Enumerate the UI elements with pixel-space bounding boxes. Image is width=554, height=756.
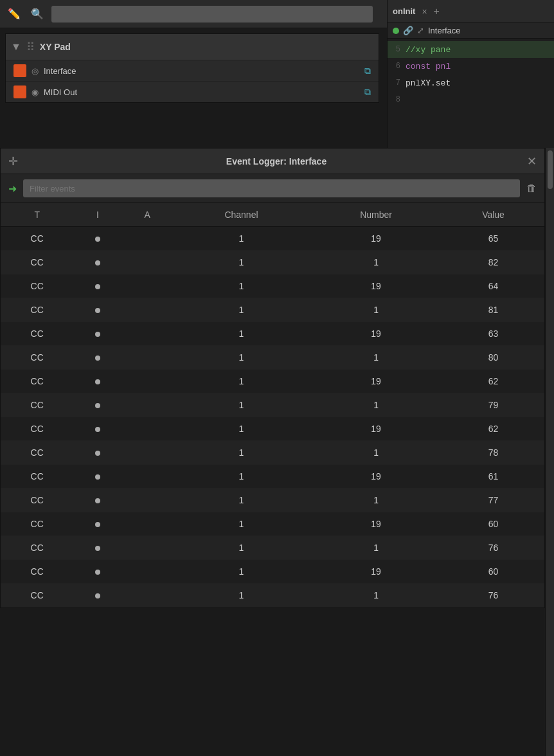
table-row: CC 1 1 82 bbox=[1, 251, 544, 274]
midiout-radio-icon: ◉ bbox=[31, 87, 39, 97]
table-row: CC 1 19 64 bbox=[1, 274, 544, 298]
cell-value: 63 bbox=[442, 322, 544, 346]
cell-channel: 1 bbox=[173, 417, 310, 441]
cell-i bbox=[73, 274, 121, 298]
cell-channel: 1 bbox=[173, 251, 310, 274]
table-row: CC 1 19 65 bbox=[1, 227, 544, 251]
filter-events-input[interactable] bbox=[23, 179, 520, 197]
code-file-title: Interface bbox=[428, 26, 461, 35]
cell-value: 60 bbox=[442, 512, 544, 536]
cell-a bbox=[122, 489, 173, 512]
cell-t: CC bbox=[1, 251, 73, 274]
col-header-a: A bbox=[122, 203, 173, 227]
cell-number: 19 bbox=[310, 512, 442, 536]
cell-t: CC bbox=[1, 227, 73, 251]
cell-channel: 1 bbox=[173, 346, 310, 370]
code-tabs: onInit × + bbox=[388, 0, 554, 23]
event-logger-close-icon[interactable]: ✕ bbox=[527, 154, 537, 168]
scrollbar-thumb[interactable] bbox=[548, 150, 553, 189]
event-logger: ✛ Event Logger: Interface ✕ ➜ 🗑 T I A Ch… bbox=[0, 148, 545, 608]
tab-add-icon[interactable]: + bbox=[434, 6, 440, 17]
toolbar-search-input[interactable] bbox=[51, 6, 373, 22]
cell-channel: 1 bbox=[173, 489, 310, 512]
cell-i bbox=[73, 227, 121, 251]
cell-number: 19 bbox=[310, 322, 442, 346]
cell-value: 65 bbox=[442, 227, 544, 251]
code-header: 🔗 ⤢ Interface bbox=[388, 23, 554, 39]
cell-t: CC bbox=[1, 417, 73, 441]
cell-a bbox=[122, 417, 173, 441]
tab-oninit[interactable]: onInit bbox=[393, 6, 415, 16]
cell-i bbox=[73, 393, 121, 417]
cell-number: 19 bbox=[310, 417, 442, 441]
table-row: CC 1 1 78 bbox=[1, 441, 544, 465]
cell-value: 64 bbox=[442, 274, 544, 298]
event-logger-title: Event Logger: Interface bbox=[26, 156, 527, 166]
cell-channel: 1 bbox=[173, 512, 310, 536]
cell-number: 19 bbox=[310, 274, 442, 298]
cell-number: 19 bbox=[310, 227, 442, 251]
cell-i bbox=[73, 298, 121, 322]
cell-a bbox=[122, 370, 173, 393]
col-header-t: T bbox=[1, 203, 73, 227]
cell-number: 1 bbox=[310, 584, 442, 608]
cell-channel: 1 bbox=[173, 465, 310, 489]
drag-handle-icon[interactable]: ⠿ bbox=[26, 40, 35, 54]
cell-t: CC bbox=[1, 370, 73, 393]
cell-t: CC bbox=[1, 346, 73, 370]
cell-t: CC bbox=[1, 322, 73, 346]
cell-a bbox=[122, 322, 173, 346]
cell-channel: 1 bbox=[173, 393, 310, 417]
main-left-panel: ▼ ⠿ XY Pad ◎ Interface ⧉ ◉ MIDI Out ⧉ bbox=[0, 28, 384, 108]
right-scrollbar[interactable] bbox=[545, 148, 554, 756]
filter-trash-icon[interactable]: 🗑 bbox=[526, 183, 537, 194]
cell-i bbox=[73, 465, 121, 489]
filter-arrow-icon: ➜ bbox=[8, 183, 17, 195]
code-link-icon[interactable]: 🔗 bbox=[403, 26, 413, 35]
cell-channel: 1 bbox=[173, 370, 310, 393]
search-icon[interactable]: 🔍 bbox=[28, 5, 46, 22]
cell-value: 78 bbox=[442, 441, 544, 465]
cell-channel: 1 bbox=[173, 322, 310, 346]
table-row: CC 1 19 63 bbox=[1, 322, 544, 346]
event-logger-header: ✛ Event Logger: Interface ✕ bbox=[1, 148, 544, 174]
midiout-label: MIDI Out bbox=[44, 87, 359, 97]
table-row: CC 1 19 60 bbox=[1, 512, 544, 536]
col-header-i: I bbox=[73, 203, 121, 227]
interface-external-link-icon[interactable]: ⧉ bbox=[364, 66, 371, 76]
cell-channel: 1 bbox=[173, 584, 310, 608]
xy-pad-section: ▼ ⠿ XY Pad ◎ Interface ⧉ ◉ MIDI Out ⧉ bbox=[5, 33, 379, 103]
cell-channel: 1 bbox=[173, 560, 310, 584]
code-open-icon[interactable]: ⤢ bbox=[417, 26, 424, 35]
event-logger-add-icon[interactable]: ✛ bbox=[8, 154, 18, 168]
interface-label: Interface bbox=[44, 66, 359, 76]
cell-i bbox=[73, 512, 121, 536]
table-row: CC 1 19 62 bbox=[1, 417, 544, 441]
midiout-external-link-icon[interactable]: ⧉ bbox=[364, 87, 371, 98]
cell-a bbox=[122, 251, 173, 274]
cell-number: 1 bbox=[310, 298, 442, 322]
cell-t: CC bbox=[1, 274, 73, 298]
table-row: CC 1 19 61 bbox=[1, 465, 544, 489]
tab-close-icon[interactable]: × bbox=[422, 6, 427, 17]
cell-t: CC bbox=[1, 393, 73, 417]
xy-item-midiout: ◉ MIDI Out ⧉ bbox=[6, 81, 379, 102]
code-body: 5 //xy pane 6 const pnl 7 pnlXY.set 8 bbox=[388, 39, 554, 111]
edit-icon[interactable]: ✏️ bbox=[5, 5, 23, 22]
cell-a bbox=[122, 346, 173, 370]
collapse-icon[interactable]: ▼ bbox=[11, 41, 21, 53]
event-logger-filter-bar: ➜ 🗑 bbox=[1, 174, 544, 203]
cell-number: 1 bbox=[310, 393, 442, 417]
code-status-dot bbox=[393, 28, 399, 34]
cell-i bbox=[73, 322, 121, 346]
cell-value: 60 bbox=[442, 560, 544, 584]
cell-channel: 1 bbox=[173, 536, 310, 560]
cell-i bbox=[73, 560, 121, 584]
cell-value: 79 bbox=[442, 393, 544, 417]
table-row: CC 1 1 77 bbox=[1, 489, 544, 512]
cell-i bbox=[73, 370, 121, 393]
table-row: CC 1 1 80 bbox=[1, 346, 544, 370]
table-row: CC 1 1 79 bbox=[1, 393, 544, 417]
col-header-channel: Channel bbox=[173, 203, 310, 227]
cell-a bbox=[122, 465, 173, 489]
